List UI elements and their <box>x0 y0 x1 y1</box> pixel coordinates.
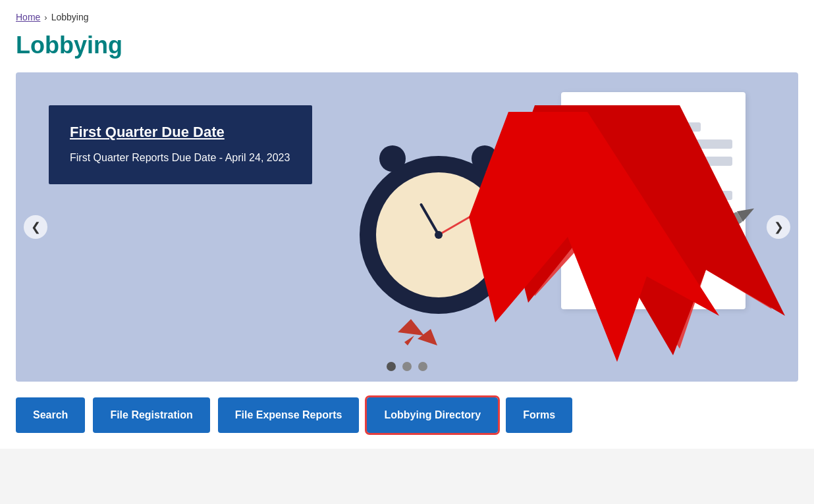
carousel-dot-1[interactable] <box>387 362 396 371</box>
carousel: First Quarter Due Date First Quarter Rep… <box>16 72 798 382</box>
search-button[interactable]: Search <box>16 397 85 433</box>
svg-marker-5 <box>502 105 785 355</box>
breadcrumb-separator: › <box>44 13 47 22</box>
svg-marker-9 <box>404 336 414 345</box>
carousel-next-button[interactable]: ❯ <box>767 215 790 239</box>
clock-center-dot <box>435 231 443 239</box>
lobbying-directory-button[interactable]: Lobbying Directory <box>367 397 498 433</box>
carousel-dot-3[interactable] <box>418 362 427 371</box>
carousel-dot-2[interactable] <box>402 362 412 371</box>
scatter-pieces <box>391 293 457 345</box>
slide-body-text: First Quarter Reports Due Date - April 2… <box>70 150 291 166</box>
carousel-dots <box>387 362 427 371</box>
file-expense-reports-button[interactable]: File Expense Reports <box>218 397 360 433</box>
action-buttons: Search File Registration File Expense Re… <box>16 397 798 433</box>
clock-bell-left <box>379 145 406 172</box>
page-title: Lobbying <box>16 32 798 59</box>
slide-title-link[interactable]: First Quarter Due Date <box>70 124 291 141</box>
svg-marker-7 <box>398 319 424 336</box>
file-registration-button[interactable]: File Registration <box>93 397 209 433</box>
breadcrumb-current: Lobbying <box>51 12 89 22</box>
carousel-prev-button[interactable]: ❮ <box>24 215 47 239</box>
forms-button[interactable]: Forms <box>506 397 572 433</box>
breadcrumb: Home › Lobbying <box>16 12 798 22</box>
breadcrumb-home-link[interactable]: Home <box>16 12 40 22</box>
red-arrow-icon <box>469 92 798 355</box>
slide-info-box: First Quarter Due Date First Quarter Rep… <box>49 105 312 184</box>
